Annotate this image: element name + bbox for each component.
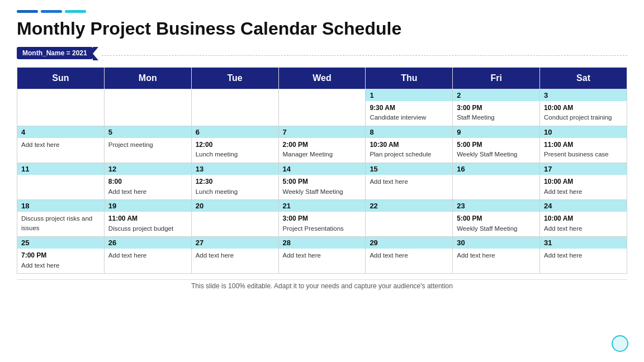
cell-2-2: 1312:30Lunch meeting <box>191 163 278 200</box>
cell-1-6: 1011:00 AMPresent business case <box>540 126 627 163</box>
event-time: 3:00 PM <box>457 103 536 113</box>
cell-0-0 <box>17 89 105 126</box>
date-number: 26 <box>105 237 191 249</box>
date-number: 24 <box>540 200 627 212</box>
accent-bars <box>17 10 627 13</box>
date-number: 25 <box>17 237 104 249</box>
date-number: 13 <box>192 163 278 175</box>
cell-3-5: 235:00 PMWeekly Staff Meeting <box>453 200 540 237</box>
cell-2-3: 145:00 PMWeekly Staff Meeting <box>278 163 366 200</box>
date-number: 21 <box>279 200 366 212</box>
cell-3-4: 22 <box>366 200 453 237</box>
event-desc: Add text here <box>108 251 187 260</box>
date-number: 20 <box>192 200 278 212</box>
col-header-mon: Mon <box>104 68 191 89</box>
event-time: 8:00 <box>108 177 187 187</box>
date-number: 10 <box>540 126 627 138</box>
event-time: 10:00 AM <box>544 177 623 187</box>
event-desc: Add text here <box>457 251 536 260</box>
event-time: 3:00 PM <box>283 214 362 223</box>
date-number: 1 <box>366 89 452 101</box>
event-desc: Add text here <box>283 251 362 260</box>
event-desc: Add text here <box>544 224 623 234</box>
cell-2-1: 128:00Add text here <box>104 163 191 200</box>
date-number: 14 <box>279 163 366 175</box>
filter-tag[interactable]: Month_Name = 2021 <box>17 47 93 59</box>
date-number: 2 <box>453 89 539 101</box>
date-number: 12 <box>105 163 191 175</box>
date-number: 11 <box>17 163 104 175</box>
date-number: 27 <box>192 237 278 249</box>
circle-icon <box>612 335 628 352</box>
cell-4-0: 257:00 PMAdd text here <box>17 237 105 274</box>
event-time: 10:00 AM <box>544 103 623 113</box>
cell-4-3: 28Add text here <box>278 237 366 274</box>
filter-row: Month_Name = 2021 <box>17 47 627 64</box>
date-number: 5 <box>105 126 191 138</box>
event-desc: Add text here <box>544 251 623 260</box>
cell-1-3: 72:00 PMManager Meeting <box>278 126 366 163</box>
footer-text: This slide is 100% editable. Adapt it to… <box>17 279 627 290</box>
event-time: 12:30 <box>196 177 274 187</box>
event-desc: Discuss project risks and issues <box>21 214 100 232</box>
event-desc: Lunch meeting <box>196 187 274 197</box>
calendar-table: SunMonTueWedThuFriSat 19:30 AMCandidate … <box>17 67 627 274</box>
event-time: 7:00 PM <box>21 251 100 260</box>
date-number: 15 <box>366 163 452 175</box>
cell-1-2: 612:00Lunch meeting <box>191 126 278 163</box>
week-row-0: 19:30 AMCandidate interview23:00 PMStaff… <box>17 89 627 126</box>
event-time: 2:00 PM <box>283 140 362 150</box>
cell-2-0: 11 <box>17 163 105 200</box>
event-desc: Project meeting <box>108 140 187 150</box>
event-desc: Add text here <box>108 187 187 197</box>
cell-1-4: 810:30 AMPlan project schedule <box>366 126 453 163</box>
cell-2-4: 15Add text here <box>366 163 453 200</box>
cell-4-4: 29Add text here <box>366 237 453 274</box>
event-time: 11:00 AM <box>108 214 187 223</box>
cell-3-6: 2410:00 AMAdd text here <box>540 200 627 237</box>
cell-3-1: 1911:00 AMDiscuss project budget <box>104 200 191 237</box>
cell-0-1 <box>104 89 191 126</box>
date-number: 23 <box>453 200 539 212</box>
cell-0-5: 23:00 PMStaff Meeting <box>453 89 540 126</box>
cell-0-2 <box>191 89 278 126</box>
cell-3-0: 18Discuss project risks and issues <box>17 200 105 237</box>
cell-2-6: 1710:00 AMAdd text here <box>540 163 627 200</box>
cell-4-2: 27Add text here <box>191 237 278 274</box>
date-number: 7 <box>279 126 366 138</box>
date-number: 22 <box>366 200 452 212</box>
event-desc: Lunch meeting <box>196 150 274 159</box>
date-number: 30 <box>453 237 539 249</box>
event-desc: Add text here <box>370 251 448 260</box>
week-row-4: 257:00 PMAdd text here26Add text here27A… <box>17 237 627 274</box>
event-desc: Candidate interview <box>370 113 448 122</box>
col-header-sun: Sun <box>17 68 105 89</box>
event-desc: Add text here <box>370 177 448 187</box>
col-header-tue: Tue <box>191 68 278 89</box>
event-time: 9:30 AM <box>370 103 448 113</box>
event-desc: Staff Meeting <box>457 113 536 122</box>
cell-4-1: 26Add text here <box>104 237 191 274</box>
cell-1-0: 4Add text here <box>17 126 105 163</box>
event-time: 11:00 AM <box>544 140 623 150</box>
col-header-fri: Fri <box>453 68 540 89</box>
event-desc: Weekly Staff Meeting <box>457 224 536 234</box>
cell-1-5: 95:00 PMWeekly Staff Meeting <box>453 126 540 163</box>
event-desc: Weekly Staff Meeting <box>457 150 536 159</box>
date-number: 8 <box>366 126 452 138</box>
date-number: 31 <box>540 237 627 249</box>
event-desc: Add text here <box>544 187 623 197</box>
event-desc: Discuss project budget <box>108 224 187 234</box>
cell-4-6: 31Add text here <box>540 237 627 274</box>
event-desc: Plan project schedule <box>370 150 448 159</box>
col-header-wed: Wed <box>278 68 366 89</box>
col-header-thu: Thu <box>366 68 453 89</box>
event-time: 5:00 PM <box>457 214 536 223</box>
cell-0-6: 310:00 AMConduct project training <box>540 89 627 126</box>
event-time: 5:00 PM <box>457 140 536 150</box>
filter-dashed-line <box>102 55 627 56</box>
event-desc: Manager Meeting <box>283 150 362 159</box>
cell-2-5: 16 <box>453 163 540 200</box>
event-desc: Add text here <box>21 261 100 270</box>
date-number: 4 <box>17 126 104 138</box>
